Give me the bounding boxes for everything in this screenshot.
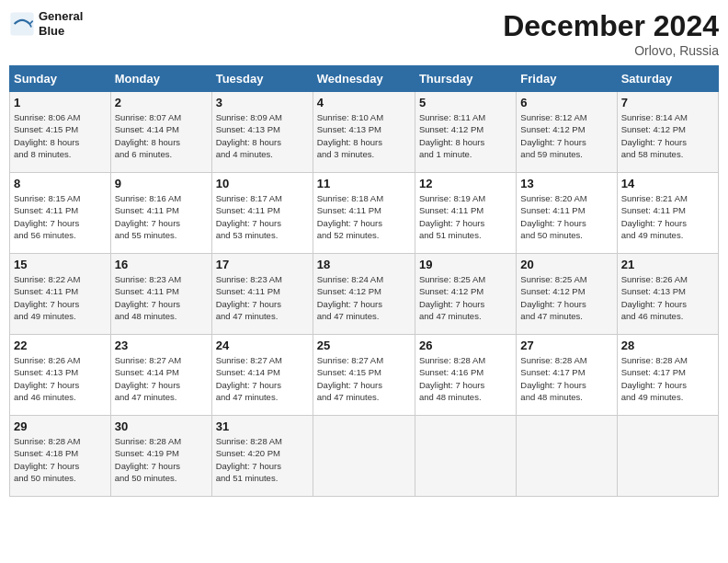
- day-number: 8: [14, 177, 107, 190]
- day-info: Sunrise: 8:09 AMSunset: 4:13 PMDaylight:…: [216, 111, 309, 160]
- day-info: Sunrise: 8:12 AMSunset: 4:12 PMDaylight:…: [520, 111, 612, 160]
- day-info: Sunrise: 8:28 AMSunset: 4:19 PMDaylight:…: [115, 435, 208, 484]
- day-number: 29: [14, 419, 107, 433]
- day-info: Sunrise: 8:23 AMSunset: 4:11 PMDaylight:…: [115, 273, 208, 322]
- day-number: 27: [520, 339, 612, 352]
- calendar-cell: 23Sunrise: 8:27 AMSunset: 4:14 PMDayligh…: [110, 335, 211, 416]
- header-cell-sunday: Sunday: [10, 66, 111, 92]
- calendar-cell: 15Sunrise: 8:22 AMSunset: 4:11 PMDayligh…: [10, 254, 111, 335]
- day-info: Sunrise: 8:15 AMSunset: 4:11 PMDaylight:…: [14, 192, 107, 241]
- calendar-cell: 14Sunrise: 8:21 AMSunset: 4:11 PMDayligh…: [617, 173, 718, 254]
- calendar-cell: 24Sunrise: 8:27 AMSunset: 4:14 PMDayligh…: [211, 335, 313, 416]
- day-number: 7: [621, 96, 714, 109]
- day-number: 14: [621, 177, 714, 190]
- calendar-title: December 2024: [503, 9, 719, 43]
- calendar-cell: 7Sunrise: 8:14 AMSunset: 4:12 PMDaylight…: [617, 92, 718, 173]
- day-number: 1: [14, 96, 107, 109]
- day-number: 5: [419, 96, 512, 109]
- day-number: 18: [317, 258, 411, 271]
- day-info: Sunrise: 8:27 AMSunset: 4:14 PMDaylight:…: [216, 354, 309, 403]
- calendar-cell: 28Sunrise: 8:28 AMSunset: 4:17 PMDayligh…: [617, 335, 718, 416]
- day-info: Sunrise: 8:28 AMSunset: 4:18 PMDaylight:…: [14, 435, 107, 484]
- calendar-cell: [517, 416, 617, 497]
- day-info: Sunrise: 8:25 AMSunset: 4:12 PMDaylight:…: [520, 273, 612, 322]
- day-info: Sunrise: 8:27 AMSunset: 4:14 PMDaylight:…: [115, 354, 208, 403]
- calendar-cell: 17Sunrise: 8:23 AMSunset: 4:11 PMDayligh…: [211, 254, 313, 335]
- calendar-cell: [617, 416, 718, 497]
- calendar-cell: 13Sunrise: 8:20 AMSunset: 4:11 PMDayligh…: [517, 173, 617, 254]
- logo-text: General Blue: [39, 9, 83, 38]
- day-number: 26: [419, 339, 512, 352]
- day-number: 31: [216, 419, 309, 433]
- logo: General Blue: [9, 9, 83, 38]
- header-cell-monday: Monday: [110, 66, 211, 92]
- day-info: Sunrise: 8:26 AMSunset: 4:13 PMDaylight:…: [621, 273, 714, 322]
- day-number: 2: [115, 96, 208, 109]
- header-row: SundayMondayTuesdayWednesdayThursdayFrid…: [10, 66, 719, 92]
- calendar-subtitle: Orlovo, Russia: [503, 43, 719, 58]
- day-number: 23: [115, 339, 208, 352]
- calendar-cell: 26Sunrise: 8:28 AMSunset: 4:16 PMDayligh…: [415, 335, 516, 416]
- header: General Blue December 2024 Orlovo, Russi…: [9, 9, 719, 58]
- calendar-cell: 16Sunrise: 8:23 AMSunset: 4:11 PMDayligh…: [110, 254, 211, 335]
- header-cell-friday: Friday: [517, 66, 617, 92]
- day-number: 20: [520, 258, 612, 271]
- day-info: Sunrise: 8:21 AMSunset: 4:11 PMDaylight:…: [621, 192, 714, 241]
- day-number: 19: [419, 258, 512, 271]
- calendar-cell: 5Sunrise: 8:11 AMSunset: 4:12 PMDaylight…: [415, 92, 516, 173]
- calendar-cell: 4Sunrise: 8:10 AMSunset: 4:13 PMDaylight…: [313, 92, 415, 173]
- calendar-cell: 3Sunrise: 8:09 AMSunset: 4:13 PMDaylight…: [211, 92, 313, 173]
- calendar-cell: 8Sunrise: 8:15 AMSunset: 4:11 PMDaylight…: [10, 173, 111, 254]
- calendar-cell: [313, 416, 415, 497]
- calendar-cell: 29Sunrise: 8:28 AMSunset: 4:18 PMDayligh…: [10, 416, 111, 497]
- day-number: 16: [115, 258, 208, 271]
- calendar-cell: 21Sunrise: 8:26 AMSunset: 4:13 PMDayligh…: [617, 254, 718, 335]
- title-area: December 2024 Orlovo, Russia: [503, 9, 719, 58]
- calendar-cell: 1Sunrise: 8:06 AMSunset: 4:15 PMDaylight…: [10, 92, 111, 173]
- day-number: 12: [419, 177, 512, 190]
- calendar-cell: 22Sunrise: 8:26 AMSunset: 4:13 PMDayligh…: [10, 335, 111, 416]
- calendar-cell: 19Sunrise: 8:25 AMSunset: 4:12 PMDayligh…: [415, 254, 516, 335]
- day-info: Sunrise: 8:28 AMSunset: 4:16 PMDaylight:…: [419, 354, 512, 403]
- header-cell-saturday: Saturday: [617, 66, 718, 92]
- day-number: 10: [216, 177, 309, 190]
- day-info: Sunrise: 8:16 AMSunset: 4:11 PMDaylight:…: [115, 192, 208, 241]
- day-number: 25: [317, 339, 411, 352]
- day-number: 28: [621, 339, 714, 352]
- day-number: 13: [520, 177, 612, 190]
- day-info: Sunrise: 8:07 AMSunset: 4:14 PMDaylight:…: [115, 111, 208, 160]
- header-cell-thursday: Thursday: [415, 66, 516, 92]
- calendar-cell: 9Sunrise: 8:16 AMSunset: 4:11 PMDaylight…: [110, 173, 211, 254]
- day-number: 4: [317, 96, 411, 109]
- day-info: Sunrise: 8:24 AMSunset: 4:12 PMDaylight:…: [317, 273, 411, 322]
- day-info: Sunrise: 8:11 AMSunset: 4:12 PMDaylight:…: [419, 111, 512, 160]
- week-row-4: 22Sunrise: 8:26 AMSunset: 4:13 PMDayligh…: [10, 335, 719, 416]
- day-number: 6: [520, 96, 612, 109]
- day-number: 11: [317, 177, 411, 190]
- week-row-1: 1Sunrise: 8:06 AMSunset: 4:15 PMDaylight…: [10, 92, 719, 173]
- calendar-cell: 2Sunrise: 8:07 AMSunset: 4:14 PMDaylight…: [110, 92, 211, 173]
- day-number: 9: [115, 177, 208, 190]
- calendar-cell: 6Sunrise: 8:12 AMSunset: 4:12 PMDaylight…: [517, 92, 617, 173]
- calendar-cell: 10Sunrise: 8:17 AMSunset: 4:11 PMDayligh…: [211, 173, 313, 254]
- calendar-cell: 25Sunrise: 8:27 AMSunset: 4:15 PMDayligh…: [313, 335, 415, 416]
- day-info: Sunrise: 8:19 AMSunset: 4:11 PMDaylight:…: [419, 192, 512, 241]
- calendar-cell: 31Sunrise: 8:28 AMSunset: 4:20 PMDayligh…: [211, 416, 313, 497]
- day-number: 22: [14, 339, 107, 352]
- day-info: Sunrise: 8:17 AMSunset: 4:11 PMDaylight:…: [216, 192, 309, 241]
- calendar-cell: [415, 416, 516, 497]
- day-info: Sunrise: 8:14 AMSunset: 4:12 PMDaylight:…: [621, 111, 714, 160]
- day-info: Sunrise: 8:10 AMSunset: 4:13 PMDaylight:…: [317, 111, 411, 160]
- day-info: Sunrise: 8:28 AMSunset: 4:17 PMDaylight:…: [520, 354, 612, 403]
- calendar-cell: 11Sunrise: 8:18 AMSunset: 4:11 PMDayligh…: [313, 173, 415, 254]
- day-info: Sunrise: 8:23 AMSunset: 4:11 PMDaylight:…: [216, 273, 309, 322]
- day-info: Sunrise: 8:06 AMSunset: 4:15 PMDaylight:…: [14, 111, 107, 160]
- day-number: 17: [216, 258, 309, 271]
- day-info: Sunrise: 8:25 AMSunset: 4:12 PMDaylight:…: [419, 273, 512, 322]
- day-number: 15: [14, 258, 107, 271]
- day-number: 30: [115, 419, 208, 433]
- day-info: Sunrise: 8:28 AMSunset: 4:20 PMDaylight:…: [216, 435, 309, 484]
- calendar-cell: 27Sunrise: 8:28 AMSunset: 4:17 PMDayligh…: [517, 335, 617, 416]
- header-cell-tuesday: Tuesday: [211, 66, 313, 92]
- calendar-table: SundayMondayTuesdayWednesdayThursdayFrid…: [9, 65, 719, 497]
